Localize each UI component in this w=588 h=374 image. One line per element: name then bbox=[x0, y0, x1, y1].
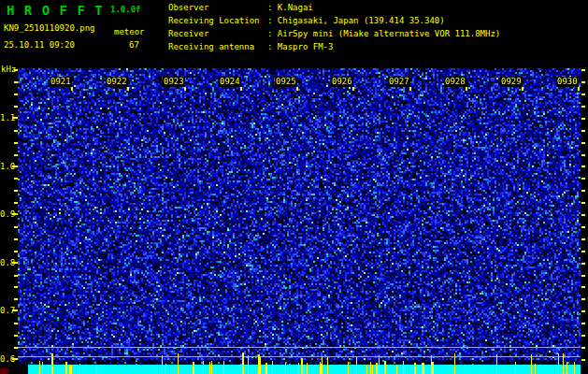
right-margin-tick bbox=[581, 323, 585, 324]
meteor-mark bbox=[265, 363, 267, 374]
freq-minor-tick bbox=[14, 226, 18, 228]
meteor-mark bbox=[165, 364, 166, 374]
freq-minor-tick bbox=[14, 335, 18, 337]
meteor-mark bbox=[42, 362, 43, 374]
right-margin-tick bbox=[581, 298, 585, 300]
freq-minor-tick bbox=[14, 69, 18, 71]
meteor-mark bbox=[285, 363, 286, 374]
meteor-count-value: 67 bbox=[129, 40, 139, 50]
info-row-location: Receiving Location: Chigasaki, Japan (13… bbox=[168, 15, 500, 28]
freq-major-tick bbox=[12, 262, 18, 264]
meteor-mark bbox=[370, 362, 371, 374]
freq-major-tick bbox=[12, 165, 18, 167]
right-margin-tick bbox=[581, 251, 585, 252]
meteor-mark bbox=[272, 361, 273, 374]
time-tick-label: 0923 bbox=[163, 77, 185, 87]
right-margin-tick bbox=[581, 214, 585, 216]
info-value: : Maspro FM-3 bbox=[267, 42, 333, 51]
freq-tick-label: 1.0 bbox=[0, 162, 12, 171]
meteor-mark bbox=[307, 363, 308, 374]
meteor-mark bbox=[69, 365, 72, 374]
right-margin-tick bbox=[581, 178, 585, 180]
freq-minor-tick bbox=[14, 142, 18, 144]
right-margin-tick bbox=[581, 226, 585, 228]
info-row-receiver: Receiver: AirSpy mini (Miake alternative… bbox=[168, 28, 500, 41]
meteor-mark bbox=[327, 357, 328, 374]
time-tick bbox=[522, 87, 523, 91]
meteor-mark bbox=[211, 361, 212, 374]
meteor-mark bbox=[304, 365, 305, 374]
meteor-mark bbox=[574, 362, 575, 374]
time-tick bbox=[296, 87, 298, 91]
meteor-mark bbox=[51, 353, 53, 374]
meteor-mark bbox=[322, 356, 323, 374]
right-margin-tick bbox=[581, 154, 585, 156]
freq-tick-label: 1.1 bbox=[0, 113, 12, 122]
time-tick-label: 0925 bbox=[275, 77, 297, 87]
info-row-observer: Observer: K.Nagai bbox=[168, 2, 500, 15]
info-row-antenna: Receiving antenna: Maspro FM-3 bbox=[168, 41, 500, 54]
time-tick-label: 0929 bbox=[500, 77, 523, 87]
right-margin-tick bbox=[581, 347, 585, 349]
freq-tick-label: 0.8 bbox=[0, 258, 12, 267]
meteor-mark bbox=[566, 362, 567, 374]
freq-minor-tick bbox=[14, 130, 18, 132]
meteor-mark bbox=[496, 354, 497, 374]
meteor-mark bbox=[515, 362, 516, 374]
time-tick bbox=[71, 87, 73, 91]
right-margin-tick bbox=[581, 106, 585, 108]
right-margin-tick bbox=[581, 81, 585, 83]
freq-minor-tick bbox=[14, 190, 18, 192]
app-title: H R O F F T bbox=[7, 3, 104, 18]
meteor-mark bbox=[563, 353, 564, 374]
time-tick bbox=[240, 87, 242, 91]
freq-tick-label: 0.9 bbox=[0, 209, 12, 219]
right-margin-tick bbox=[581, 275, 585, 277]
filename-label: KN9_2510110920.png bbox=[4, 23, 95, 33]
meteor-mark bbox=[48, 365, 49, 374]
meteor-mark bbox=[384, 361, 386, 374]
right-margin-tick bbox=[581, 310, 585, 312]
right-margin-tick bbox=[581, 165, 585, 167]
meteor-mark bbox=[348, 362, 349, 374]
spectrogram-noise-canvas bbox=[18, 68, 581, 365]
meteor-mark bbox=[162, 355, 163, 374]
meteor-mark bbox=[39, 361, 40, 374]
meteor-mark bbox=[376, 363, 377, 374]
meteor-mark bbox=[203, 361, 204, 374]
time-tick bbox=[466, 87, 467, 91]
meteor-mark bbox=[396, 365, 397, 374]
meteor-mark bbox=[320, 362, 321, 374]
meteor-mark bbox=[366, 365, 367, 374]
corner-marker bbox=[0, 368, 8, 374]
meteor-mark bbox=[377, 363, 378, 374]
freq-major-tick bbox=[12, 309, 18, 311]
right-margin-tick bbox=[581, 286, 585, 288]
freq-tick-label: 0.6 bbox=[0, 354, 12, 364]
right-margin-tick bbox=[581, 94, 585, 95]
info-value: : Chigasaki, Japan (139.414 35.340) bbox=[267, 16, 445, 25]
meteor-mark bbox=[379, 355, 380, 374]
freq-major-tick bbox=[12, 358, 18, 360]
meteor-mark bbox=[432, 362, 434, 374]
time-tick-label: 0924 bbox=[219, 77, 241, 87]
meteor-mark bbox=[209, 362, 210, 374]
right-margin-tick bbox=[581, 69, 585, 71]
meteor-mark bbox=[531, 354, 532, 374]
reference-line bbox=[18, 347, 581, 348]
meteor-mark bbox=[535, 364, 536, 374]
time-tick bbox=[127, 87, 129, 91]
info-value: : K.Nagai bbox=[267, 3, 313, 12]
meteor-mark bbox=[558, 353, 559, 374]
meteor-mark bbox=[96, 365, 97, 374]
meteor-mark bbox=[242, 352, 244, 374]
right-margin-tick bbox=[581, 130, 585, 132]
time-tick bbox=[352, 87, 354, 91]
right-margin-tick bbox=[581, 142, 585, 144]
time-tick bbox=[578, 87, 580, 91]
freq-minor-tick bbox=[14, 106, 18, 108]
meteor-mark bbox=[79, 364, 80, 374]
freq-minor-tick bbox=[14, 286, 18, 288]
meteor-mark bbox=[356, 357, 357, 374]
time-tick-label: 0922 bbox=[106, 77, 128, 87]
